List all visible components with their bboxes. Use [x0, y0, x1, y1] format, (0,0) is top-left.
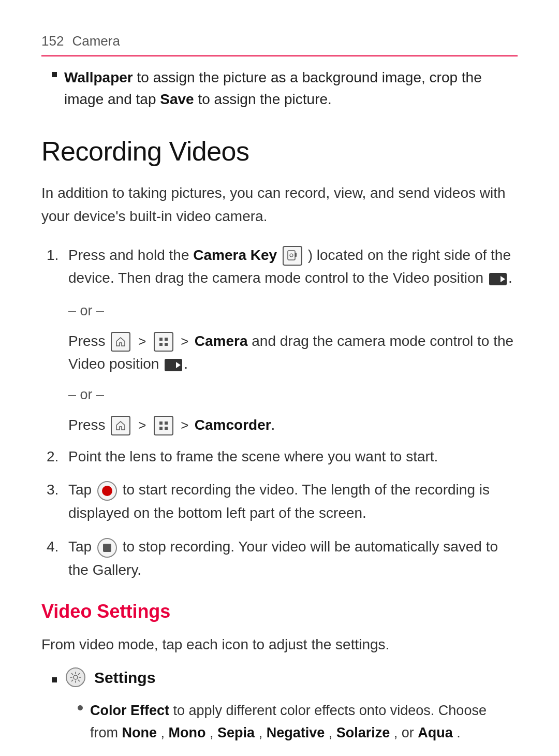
sub-bullets: Color Effect to apply different color ef…: [52, 700, 518, 756]
step-1-number: 1.: [47, 244, 62, 267]
svg-rect-8: [165, 421, 168, 425]
substep-2-prefix: Press: [68, 417, 109, 433]
recording-videos-heading: Recording Videos: [41, 131, 518, 171]
solarize-bold: Solarize: [336, 725, 390, 740]
save-bold: Save: [160, 91, 194, 107]
settings-icon-item: Settings: [52, 666, 518, 689]
settings-list: Settings Color Effect to apply different…: [41, 666, 518, 756]
svg-rect-10: [165, 427, 168, 430]
numbered-list: 1. Press and hold the Camera Key ) locat…: [41, 244, 518, 582]
step-1-prefix: Press and hold the: [68, 247, 193, 263]
page-header: 152 Camera: [41, 31, 518, 56]
circle-bullet-1: [78, 705, 83, 710]
step-2-text: Point the lens to frame the scene where …: [68, 448, 438, 464]
color-effect-item: Color Effect to apply different color ef…: [78, 700, 518, 744]
wallpaper-section: Wallpaper to assign the picture as a bac…: [41, 67, 518, 110]
stop-inner: [103, 544, 111, 552]
step-3-suffix: to start recording the video. The length…: [68, 482, 490, 521]
step-4-content: Tap to stop recording. Your video will b…: [68, 535, 518, 582]
step-4: 4. Tap to stop recording. Your video wil…: [47, 535, 518, 582]
substep-1-prefix: Press: [68, 333, 109, 349]
step-1: 1. Press and hold the Camera Key ) locat…: [47, 244, 518, 290]
video-position-icon-1: [489, 273, 507, 285]
mono-bold: Mono: [169, 725, 206, 740]
step-2-number: 2.: [47, 445, 62, 469]
step-3: 3. Tap to start recording the video. The…: [47, 478, 518, 525]
arrow-2: >: [181, 333, 192, 349]
step-1-content: Press and hold the Camera Key ) located …: [68, 244, 518, 290]
svg-rect-0: [288, 251, 295, 260]
step-2: 2. Point the lens to frame the scene whe…: [47, 445, 518, 469]
grid-icon-2: [154, 416, 173, 435]
or-divider-1: – or –: [68, 300, 518, 322]
color-effect-bold: Color Effect: [90, 703, 169, 718]
record-inner: [102, 486, 112, 496]
sepia-bold: Sepia: [217, 725, 255, 740]
camera-key-icon: [283, 246, 302, 266]
substep-1: Press > > Camera and drag the camera: [68, 330, 518, 376]
camera-bold: Camera: [195, 333, 248, 349]
video-settings-heading: Video Settings: [41, 598, 518, 626]
substep-2: Press > > Camcorder.: [68, 414, 518, 437]
svg-rect-6: [165, 343, 168, 346]
camera-key-bold: Camera Key: [193, 247, 277, 263]
header-section: Camera: [72, 31, 120, 51]
camera-settings-text: Camera Settings tap Restore to Defaults …: [90, 752, 518, 756]
none-bold: None: [122, 725, 157, 740]
settings-bold: Settings: [94, 666, 155, 689]
arrow-4: >: [181, 417, 192, 433]
step-4-prefix: Tap: [68, 539, 96, 555]
home-icon: [111, 332, 130, 352]
svg-point-1: [290, 254, 293, 257]
video-position-icon-2: [165, 359, 182, 371]
bullet-square-icon: [52, 72, 57, 77]
settings-bullet-icon: [52, 677, 57, 682]
step-4-number: 4.: [47, 535, 62, 559]
step-2-content: Point the lens to frame the scene where …: [68, 445, 518, 469]
wallpaper-suffix: to assign the picture.: [194, 91, 332, 107]
wallpaper-bullet: Wallpaper to assign the picture as a bac…: [52, 67, 518, 110]
svg-rect-3: [159, 338, 163, 341]
substep-1-suffix: and drag the camera mode control to the …: [68, 333, 513, 372]
wallpaper-text: Wallpaper to assign the picture as a bac…: [64, 67, 518, 110]
camcorder-bold: Camcorder: [195, 417, 271, 433]
wallpaper-bold: Wallpaper: [64, 69, 133, 85]
step-4-suffix: to stop recording. Your video will be au…: [68, 539, 498, 578]
svg-rect-7: [159, 421, 163, 425]
color-effect-text: Color Effect to apply different color ef…: [90, 700, 518, 744]
arrow-3: >: [138, 417, 150, 433]
step-3-number: 3.: [47, 478, 62, 502]
page-number: 152: [41, 31, 64, 51]
video-settings-intro: From video mode, tap each icon to adjust…: [41, 634, 518, 656]
stop-icon: [97, 538, 117, 558]
grid-icon-1: [154, 332, 173, 352]
arrow-1: >: [138, 333, 150, 349]
step-3-content: Tap to start recording the video. The le…: [68, 478, 518, 525]
step-3-prefix: Tap: [68, 482, 96, 498]
aqua-bold: Aqua: [418, 725, 453, 740]
svg-rect-2: [295, 253, 297, 257]
settings-gear-icon: [66, 667, 85, 687]
page-container: 152 Camera Wallpaper to assign the pictu…: [0, 0, 559, 756]
camera-settings-item: Camera Settings tap Restore to Defaults …: [78, 752, 518, 756]
svg-rect-5: [159, 343, 163, 346]
home-icon-2: [111, 416, 130, 435]
negative-bold: Negative: [267, 725, 325, 740]
svg-point-11: [73, 675, 78, 679]
record-icon: [97, 481, 117, 501]
recording-videos-intro: In addition to taking pictures, you can …: [41, 182, 518, 228]
svg-rect-4: [165, 338, 168, 341]
or-divider-2: – or –: [68, 384, 518, 405]
svg-rect-9: [159, 427, 163, 430]
